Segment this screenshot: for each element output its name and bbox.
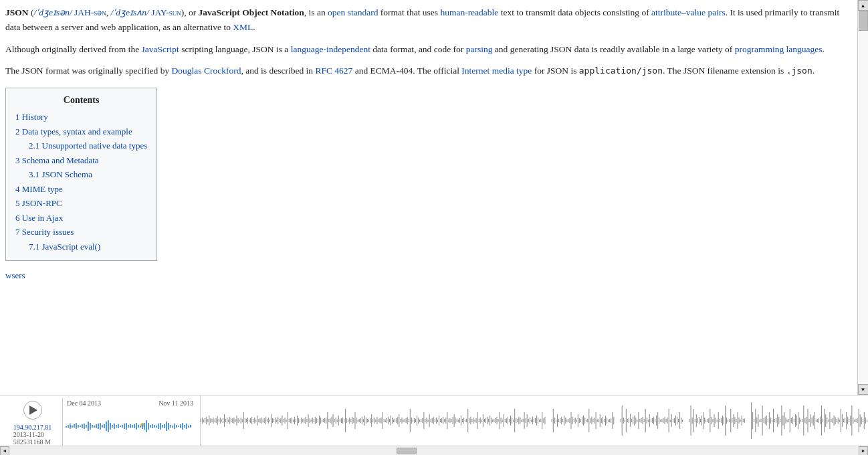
svg-rect-102	[253, 419, 253, 422]
svg-rect-96	[245, 418, 245, 423]
svg-rect-358	[611, 418, 611, 423]
xml-link[interactable]: XML	[233, 22, 253, 32]
svg-rect-261	[471, 419, 472, 422]
contents-link-2[interactable]: 2 Data types, syntax and example	[15, 126, 132, 136]
svg-rect-288	[509, 419, 510, 422]
svg-rect-518	[847, 417, 848, 424]
contents-item-1: 1 History	[15, 110, 147, 124]
svg-rect-266	[479, 419, 479, 422]
svg-rect-336	[580, 419, 581, 422]
open-standard-link[interactable]: open standard	[328, 7, 378, 17]
svg-rect-338	[583, 416, 584, 426]
svg-rect-215	[409, 419, 409, 422]
svg-rect-357	[609, 419, 610, 422]
svg-rect-184	[366, 418, 366, 424]
svg-rect-480	[795, 414, 796, 427]
contents-link-5[interactable]: 5 JSON-RPC	[15, 198, 62, 208]
svg-rect-204	[393, 420, 394, 422]
svg-rect-282	[501, 418, 502, 424]
contents-num-3-1: 3.1	[29, 169, 42, 179]
svg-rect-531	[865, 418, 866, 424]
contents-link-2-1[interactable]: 2.1 Unsupported native data types	[29, 141, 147, 151]
svg-rect-1	[68, 425, 69, 428]
human-readable-link[interactable]: human-readable	[440, 7, 498, 17]
svg-rect-333	[576, 420, 577, 422]
svg-rect-22	[110, 423, 111, 430]
content-area[interactable]: JSON (/ˈdʒeɪsən/ JAH-sən, /ˈdʒeɪsʌn/ JAY…	[0, 0, 857, 395]
contents-num-5: 5	[15, 198, 22, 208]
svg-rect-186	[368, 420, 369, 422]
contents-link-1[interactable]: 1 History	[15, 112, 48, 122]
svg-rect-132	[294, 417, 295, 424]
svg-rect-415	[700, 419, 701, 422]
svg-rect-126	[286, 420, 287, 422]
play-button[interactable]	[23, 401, 42, 420]
svg-rect-367	[629, 418, 629, 423]
svg-rect-120	[278, 417, 278, 424]
svg-rect-222	[418, 418, 419, 424]
svg-rect-513	[841, 409, 841, 432]
h-scroll-left-arrow[interactable]: ◄	[0, 446, 9, 456]
svg-rect-465	[774, 419, 775, 422]
h-scroll-track[interactable]	[19, 447, 859, 455]
javascript-link[interactable]: JavaScript	[142, 44, 179, 54]
contents-link-3[interactable]: 3 Schema and Metadata	[15, 155, 99, 165]
svg-rect-177	[356, 418, 357, 424]
language-independent-link[interactable]: language-independent	[291, 44, 370, 54]
svg-rect-285	[505, 419, 506, 422]
h-scroll-right-arrow[interactable]: ►	[859, 446, 868, 456]
svg-rect-18	[102, 425, 103, 428]
svg-rect-300	[526, 418, 526, 423]
contents-list: 1 History 2 Data types, syntax and examp…	[15, 110, 147, 254]
contents-link-4[interactable]: 4 MIME type	[15, 184, 63, 194]
attribute-value-link[interactable]: attribute–value pairs	[651, 7, 726, 17]
programming-languages-link[interactable]: programming languages	[735, 44, 823, 54]
svg-rect-106	[258, 419, 259, 422]
rfc-link[interactable]: RFC 4627	[315, 66, 352, 76]
svg-rect-425	[714, 414, 715, 427]
svg-rect-86	[231, 419, 231, 422]
svg-rect-227	[425, 419, 425, 422]
h-scroll-thumb[interactable]	[397, 448, 417, 454]
svg-rect-330	[572, 417, 573, 424]
scroll-down-arrow[interactable]: ▼	[858, 384, 869, 395]
contents-link-3-1[interactable]: 3.1 JSON Schema	[29, 169, 92, 179]
media-type-link[interactable]: Internet media type	[461, 66, 532, 76]
svg-rect-269	[483, 414, 483, 427]
pronunciation-link-2[interactable]: /ˈdʒeɪsʌn/ JAY-sun	[111, 7, 181, 17]
svg-rect-224	[421, 419, 421, 422]
svg-rect-254	[462, 419, 463, 422]
svg-rect-235	[436, 418, 437, 424]
svg-rect-449	[752, 412, 753, 429]
scroll-thumb[interactable]	[859, 11, 868, 31]
svg-rect-99	[249, 420, 249, 422]
pronunciation-link-1[interactable]: /ˈdʒeɪsən/ JAH-sən	[33, 7, 106, 17]
svg-rect-409	[692, 418, 693, 424]
svg-rect-11	[88, 422, 89, 431]
svg-rect-83	[227, 418, 227, 424]
parsing-link[interactable]: parsing	[466, 44, 493, 54]
mini-chart-area: 194.90.217.81 2013-11-20 582531168 M Dec…	[0, 395, 201, 446]
json-extension-code: .json	[786, 66, 812, 76]
svg-rect-211	[403, 420, 403, 422]
crockford-link[interactable]: Douglas Crockford	[172, 66, 241, 76]
svg-rect-36	[136, 423, 137, 430]
scroll-up-arrow[interactable]: ▲	[858, 0, 869, 11]
scroll-track[interactable]	[858, 11, 868, 384]
contents-link-7[interactable]: 7 Security issues	[15, 227, 74, 237]
svg-rect-179	[359, 419, 360, 422]
svg-rect-216	[410, 409, 411, 432]
contents-link-7-1[interactable]: 7.1 JavaScript eval()	[29, 242, 100, 252]
svg-rect-210	[401, 418, 402, 424]
svg-rect-352	[603, 417, 603, 424]
svg-rect-157	[328, 419, 329, 422]
svg-rect-474	[787, 420, 788, 422]
contents-link-6[interactable]: 6 Use in Ajax	[15, 213, 63, 223]
svg-rect-328	[569, 418, 570, 423]
svg-rect-382	[649, 414, 650, 427]
svg-rect-366	[627, 419, 628, 422]
json-label: JSON	[5, 7, 29, 17]
svg-rect-430	[721, 418, 722, 423]
svg-rect-453	[758, 414, 758, 427]
svg-rect-225	[422, 418, 423, 423]
